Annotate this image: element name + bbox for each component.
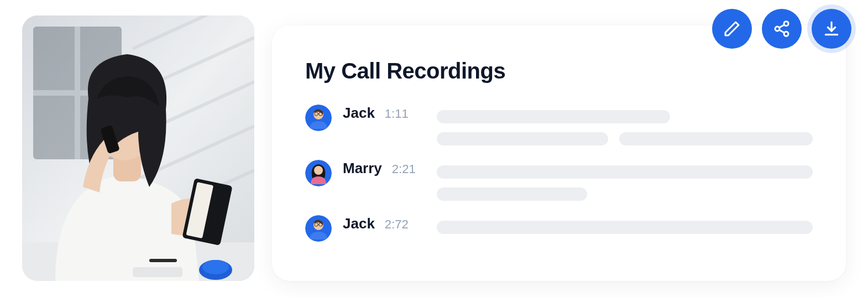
pencil-icon (723, 20, 741, 38)
recording-entry[interactable]: Marry 2:21 (305, 160, 813, 201)
svg-point-16 (202, 260, 229, 274)
profile-photo (22, 15, 254, 281)
share-button[interactable] (762, 9, 802, 49)
avatar (305, 215, 332, 242)
transcript-placeholder (437, 160, 813, 201)
recording-entry[interactable]: Jack 1:11 (305, 105, 813, 145)
action-toolbar (712, 9, 851, 49)
svg-line-34 (779, 25, 784, 28)
recordings-card: My Call Recordings Jack 1:11 Marry 2:21 (272, 25, 846, 281)
recording-time: 1:11 (385, 107, 409, 121)
recording-name: Jack (343, 215, 375, 232)
download-icon (823, 20, 840, 38)
svg-point-25 (314, 166, 323, 175)
avatar (305, 160, 332, 186)
svg-rect-18 (149, 259, 177, 262)
card-title: My Call Recordings (305, 59, 813, 84)
svg-rect-17 (133, 267, 182, 277)
transcript-placeholder (437, 105, 813, 145)
recording-time: 2:72 (385, 217, 409, 232)
avatar (305, 105, 332, 131)
recording-name: Jack (343, 105, 375, 122)
share-icon (773, 20, 791, 38)
recording-time: 2:21 (392, 162, 416, 176)
recording-name: Marry (343, 160, 382, 177)
svg-line-35 (779, 30, 784, 33)
edit-button[interactable] (712, 9, 752, 49)
transcript-placeholder (437, 215, 813, 234)
download-button[interactable] (812, 9, 851, 49)
recording-entry[interactable]: Jack 2:72 (305, 215, 813, 242)
